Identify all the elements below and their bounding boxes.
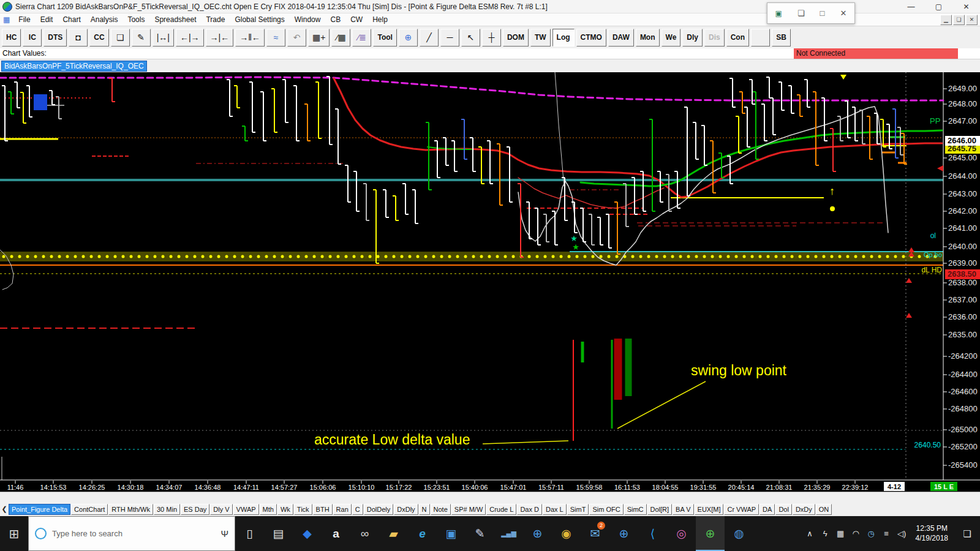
studies-icon-button[interactable]: ∕≣ [352, 29, 371, 47]
tab-n[interactable]: N [419, 504, 430, 515]
chart-canvas[interactable]: ★★↑swing low pointaccurate Low delta val… [0, 72, 980, 492]
cc-button[interactable]: CC [89, 29, 108, 47]
study-tab-bidaskbars[interactable]: BidAskBarsOnPF_5TickReversal_IQ_OEC [1, 61, 147, 72]
hc-button[interactable]: HC [2, 29, 21, 47]
floating-window-controls[interactable]: ▣❏□✕ [767, 2, 855, 24]
blank-button[interactable] [751, 29, 770, 47]
photos-icon[interactable]: ▣ [437, 516, 466, 551]
horizontal-line-tool-icon-button[interactable]: ─ [440, 29, 459, 47]
microphone-icon[interactable]: Ψ [221, 528, 228, 539]
tray-chevron-icon[interactable]: ∧ [802, 529, 818, 538]
minimize-icon[interactable]: — [897, 0, 925, 13]
quill-app-icon[interactable]: ✎ [466, 516, 494, 551]
menu-item-cb[interactable]: CB [325, 15, 345, 24]
restore-icon[interactable]: ❏ [797, 9, 805, 18]
infinity-app-icon[interactable]: ∞ [350, 516, 379, 551]
tw-button[interactable]: TW [530, 29, 551, 47]
volume-mixer-icon[interactable]: ≡ [879, 529, 894, 538]
tab-c[interactable]: C [352, 504, 363, 515]
menu-item-tools[interactable]: Tools [123, 15, 149, 24]
task-view-icon[interactable]: ▯ [235, 516, 264, 551]
tab-crude-l[interactable]: Crude L [486, 504, 516, 515]
crosshair-tool-icon-button[interactable]: ┼ [482, 29, 501, 47]
pointer-tool-icon-button[interactable]: ↖ [461, 29, 480, 47]
amazon-icon[interactable]: a [322, 516, 350, 551]
equalizer-app-icon[interactable]: ▂▄▆ [494, 516, 523, 551]
wifi-icon[interactable]: ◠ [848, 529, 864, 538]
tab-sim-ofc[interactable]: Sim OFC [589, 504, 623, 515]
daw-button[interactable]: DAW [608, 29, 634, 47]
dropbox-icon[interactable]: ◆ [293, 516, 322, 551]
undo-icon-button[interactable]: ↶ [287, 29, 306, 47]
tab-dol[interactable]: Dol [775, 504, 792, 515]
tab-dly-v[interactable]: Dly V [210, 504, 232, 515]
camera-app-icon[interactable]: ◎ [667, 516, 696, 551]
squeeze-bars-icon-button[interactable]: →|← [206, 29, 234, 47]
edit-chartbook-icon-button[interactable]: ✎ [132, 29, 151, 47]
tab-es-day[interactable]: ES Day [181, 504, 209, 515]
ctmo-button[interactable]: CTMO [576, 29, 606, 47]
tab-point-figure-delta[interactable]: Point_Figure Delta [9, 504, 70, 515]
tab-ran[interactable]: Ran [333, 504, 352, 515]
outlook-icon[interactable]: ✉2 [581, 516, 609, 551]
file-explorer-icon[interactable]: ▰ [379, 516, 408, 551]
menu-item-help[interactable]: Help [368, 15, 393, 24]
tab-mth[interactable]: Mth [260, 504, 277, 515]
search-input[interactable]: Type here to search Ψ [28, 516, 235, 551]
power-plug-icon[interactable]: ϟ [818, 529, 833, 538]
earth-app-icon[interactable]: ◍ [725, 516, 753, 551]
tab-dax-d[interactable]: Dax D [517, 504, 542, 515]
mdi-restore-icon[interactable]: ❏ [953, 15, 965, 25]
tab-on[interactable]: ON [816, 504, 832, 515]
tab-vwap[interactable]: VWAP [233, 504, 259, 515]
curves-study-icon-button[interactable]: ≈ [266, 29, 285, 47]
start-button[interactable]: ⊞ [0, 516, 28, 551]
menu-item-analysis[interactable]: Analysis [86, 15, 123, 24]
dts-button[interactable]: DTS [43, 29, 67, 47]
save-icon-button[interactable]: ◘ [69, 29, 88, 47]
globe-app-icon[interactable]: ⊕ [523, 516, 552, 551]
globe-time-icon-button[interactable]: ⊕ [399, 29, 418, 47]
horizontal-scrollbar[interactable] [0, 492, 980, 502]
globe-green-app-icon[interactable]: ⊕ [696, 516, 725, 551]
window-thumbnail-icon[interactable]: ▣ [775, 9, 782, 18]
vscode-icon[interactable]: ⟨ [638, 516, 667, 551]
tab-ba-v[interactable]: BA V [673, 504, 693, 515]
bar-spacing-narrow-icon-button[interactable]: ←|→ [176, 29, 204, 47]
menu-item-chart[interactable]: Chart [58, 15, 85, 24]
close-icon[interactable]: ✕ [952, 0, 980, 13]
mon-button[interactable]: Mon [636, 29, 660, 47]
tab-simt[interactable]: SimT [567, 504, 589, 515]
trendline-tool-icon-button[interactable]: ╱ [420, 29, 439, 47]
chart-calculator-icon-button[interactable]: ∕▦ [331, 29, 350, 47]
tablet-mode-icon[interactable]: ▦ [833, 529, 848, 538]
tab-bth[interactable]: BTH [313, 504, 333, 515]
speaker-icon[interactable]: ◁) [894, 529, 910, 538]
tab-sp-m-w[interactable]: SP# M/W [451, 504, 486, 515]
menu-item-edit[interactable]: Edit [36, 15, 58, 24]
menu-item-window[interactable]: Window [290, 15, 326, 24]
ic-button[interactable]: IC [23, 29, 42, 47]
tab-eux-m-[interactable]: EUX[M] [695, 504, 724, 515]
menu-item-file[interactable]: File [13, 15, 35, 24]
tab-contchart[interactable]: ContChart [71, 504, 108, 515]
tab-doldely[interactable]: DolDely [364, 504, 394, 515]
tab-dax-l[interactable]: Dax L [543, 504, 567, 515]
tpo-chart-icon-button[interactable]: ▦+ [308, 29, 330, 47]
taskbar-clock[interactable]: 12:35 PM 4/19/2018 [910, 524, 954, 543]
log-button[interactable]: Log [552, 29, 575, 47]
con-button[interactable]: Con [726, 29, 749, 47]
store-icon[interactable]: ▤ [264, 516, 293, 551]
squeeze-bars-fill-icon-button[interactable]: →‖← [235, 29, 265, 47]
menu-item-cw[interactable]: CW [345, 15, 368, 24]
edge-icon[interactable]: e [408, 516, 437, 551]
bar-spacing-wide-icon-button[interactable]: |↔| [153, 29, 174, 47]
tab-wk[interactable]: Wk [277, 504, 293, 515]
close-icon[interactable]: ✕ [840, 9, 847, 18]
tab-simc[interactable]: SimC [624, 504, 647, 515]
dly-button[interactable]: Dly [682, 29, 703, 47]
tab-tick[interactable]: Tick [294, 504, 312, 515]
tool-button[interactable]: Tool [373, 29, 396, 47]
tab-cr-vwap[interactable]: Cr VWAP [724, 504, 759, 515]
tab-scroll-left-icon[interactable]: ❮ [0, 505, 9, 513]
